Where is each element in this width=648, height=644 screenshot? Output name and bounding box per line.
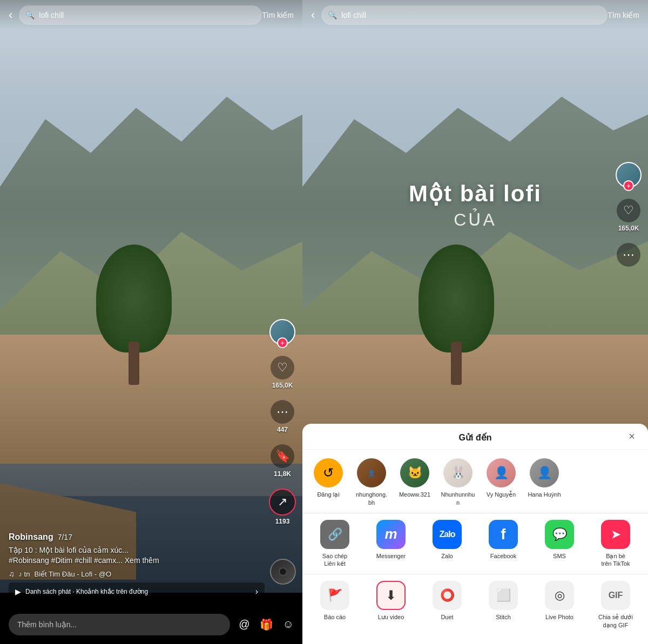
music-note-icon: ♫ [9, 570, 15, 578]
apps-row: 🔗 Sao chépLiên kết m Messenger Zalo Zalo… [302, 516, 648, 572]
playlist-arrow-icon: › [255, 587, 258, 596]
at-icon[interactable]: @ [239, 618, 249, 631]
action-duet[interactable]: ⭕ Duet [428, 581, 467, 629]
back-button[interactable]: ‹ [9, 8, 12, 22]
right-search-query: lofi chill [341, 11, 366, 19]
repost-avatar: ↺ [314, 458, 343, 487]
like-count: 165,0K [272, 382, 293, 389]
save-video-label: Lưu video [378, 613, 404, 621]
gif-label: Chia sẻ dướidạng GIF [598, 613, 633, 629]
gift-icon[interactable]: 🎁 [260, 618, 273, 631]
right-tree-top [418, 245, 494, 352]
stitch-icon: ⬜ [489, 581, 518, 610]
app-zalo[interactable]: Zalo Zalo [428, 520, 467, 568]
contacts-row: ↺ Đăng lại 👤 nhunghong.bh 🐱 Meoww.321 [302, 450, 648, 511]
hana-avatar-inner: 👤 [537, 466, 552, 480]
music-name: Biết Tim Đâu - Lofi - @O [34, 570, 111, 578]
left-header: ‹ 🔍 lofi chill Tìm kiếm [0, 0, 302, 30]
app-facebook[interactable]: f Facebook [484, 520, 523, 568]
bottom-icons: @ 🎁 ☺ [239, 618, 294, 631]
contact-nhunghong[interactable]: 👤 nhunghong.bh [352, 458, 391, 506]
title-sub: CỦA [302, 209, 648, 230]
right-like-icon: ♡ [617, 199, 640, 222]
duet-label: Duet [441, 613, 453, 621]
contact-vy[interactable]: 👤 Vy Nguyễn [482, 458, 521, 506]
right-more-icon: ⋯ [617, 243, 640, 267]
action-live-photo[interactable]: ◎ Live Photo [540, 581, 579, 629]
live-photo-label: Live Photo [545, 613, 573, 621]
tiktok-friends-label: Bạn bètrên TikTok [601, 552, 630, 568]
share-close-button[interactable]: × [624, 429, 639, 444]
share-icon: ↗ [269, 489, 296, 516]
music-disc[interactable] [270, 559, 296, 585]
left-bottom-bar: Thêm bình luận... @ 🎁 ☺ [0, 605, 302, 644]
app-copy-link[interactable]: 🔗 Sao chépLiên kết [315, 520, 354, 568]
share-item[interactable]: ↗ 1193 [269, 489, 296, 525]
right-avatar-add-button[interactable]: + [623, 180, 634, 191]
right-like-item[interactable]: ♡ 165,0K [617, 199, 640, 232]
save-video-icon: ⬇ [376, 581, 406, 610]
report-label: Báo cáo [324, 613, 346, 621]
right-header: ‹ 🔍 lofi chill Tìm kiếm [302, 0, 648, 30]
title-main: Một bài lofi [302, 180, 648, 207]
hana-avatar: 👤 [530, 458, 559, 487]
disc-inner [279, 567, 287, 576]
sms-icon: 💬 [545, 520, 574, 549]
right-search-button[interactable]: Tìm kiếm [608, 11, 639, 19]
divider-1 [302, 513, 648, 513]
playlist-left: ▶ Danh sách phát · Khoảnh khắc trên đườn… [15, 587, 148, 596]
nhunghong-avatar-inner: 👤 [368, 470, 375, 477]
divider-2 [302, 574, 648, 574]
right-more-item[interactable]: ⋯ [617, 243, 640, 267]
search-button[interactable]: Tìm kiếm [262, 11, 294, 19]
contact-hana[interactable]: 👤 Hana Huỳnh [525, 458, 564, 506]
meoww-label: Meoww.321 [399, 491, 430, 498]
comment-item[interactable]: ⋯ 447 [271, 400, 294, 433]
zalo-label: Zalo [441, 552, 453, 560]
bottom-info: Robinsang 7/17 Tập 10 : Một bài lofi của… [9, 532, 265, 601]
like-item[interactable]: ♡ 165,0K [271, 356, 294, 389]
bookmark-count: 11,8K [274, 470, 291, 478]
playlist-row[interactable]: ▶ Danh sách phát · Khoảnh khắc trên đườn… [9, 582, 265, 601]
comment-placeholder: Thêm bình luận... [17, 620, 77, 629]
tiktok-friends-icon: ➤ [601, 520, 630, 549]
tree [91, 245, 177, 385]
episode-tag: 7/17 [58, 533, 72, 541]
action-save-video[interactable]: ⬇ Lưu video [372, 581, 410, 629]
bookmark-item[interactable]: 🔖 11,8K [271, 444, 294, 478]
right-like-count: 165,0K [618, 225, 639, 232]
action-report[interactable]: 🚩 Báo cáo [315, 581, 354, 629]
emoji-icon[interactable]: ☺ [283, 618, 294, 631]
contact-repost[interactable]: ↺ Đăng lại [309, 458, 348, 506]
contact-meoww[interactable]: 🐱 Meoww.321 [395, 458, 434, 506]
avatar-container[interactable]: + [269, 319, 295, 345]
action-gif[interactable]: GIF Chia sẻ dướidạng GIF [596, 581, 635, 629]
right-search-bar[interactable]: 🔍 lofi chill [321, 5, 608, 25]
copy-link-label: Sao chépLiên kết [322, 552, 347, 568]
hana-label: Hana Huỳnh [528, 491, 561, 498]
nhunhun-avatar: 🐰 [443, 458, 473, 487]
comment-input[interactable]: Thêm bình luận... [9, 614, 230, 635]
app-sms[interactable]: 💬 SMS [540, 520, 579, 568]
avatar-add-button[interactable]: + [277, 337, 288, 348]
comment-count: 447 [277, 426, 288, 433]
like-icon: ♡ [271, 356, 294, 379]
nhunghong-avatar: 👤 [357, 458, 386, 487]
playlist-icon: ▶ [15, 587, 21, 596]
username-row: Robinsang 7/17 [9, 532, 265, 542]
tree-top [96, 245, 172, 352]
search-bar[interactable]: 🔍 lofi chill [19, 5, 262, 25]
app-messenger[interactable]: m Messenger [372, 520, 410, 568]
bookmark-icon: 🔖 [271, 444, 294, 468]
app-tiktok-friends[interactable]: ➤ Bạn bètrên TikTok [596, 520, 635, 568]
right-avatar-container[interactable]: + [616, 162, 642, 188]
stitch-label: Stitch [496, 613, 511, 621]
contact-nhunhun[interactable]: 🐰 Nhunhunnhun [438, 458, 477, 506]
facebook-label: Facebook [490, 552, 516, 560]
meoww-avatar: 🐱 [400, 458, 429, 487]
left-sidebar-icons: + ♡ 165,0K ⋯ 447 🔖 11,8K ↗ 1193 [269, 319, 296, 525]
share-count: 1193 [275, 518, 290, 525]
action-stitch[interactable]: ⬜ Stitch [484, 581, 523, 629]
repost-icon: ↺ [323, 465, 334, 480]
right-back-button[interactable]: ‹ [311, 8, 315, 22]
